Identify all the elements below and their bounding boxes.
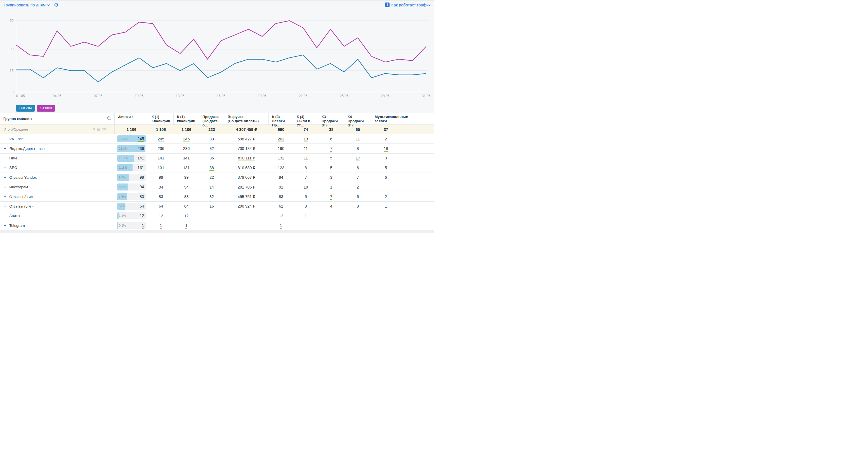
y-axis-tick-label: 15 — [10, 69, 14, 73]
column-header-Заявки[interactable]: Заявки▼ — [115, 113, 148, 124]
channel-name[interactable]: Авито — [9, 214, 20, 218]
x-axis-tick-label: 31.05 — [422, 94, 430, 98]
channel-name[interactable]: Отзывы 2 гис — [9, 195, 33, 199]
metric-link[interactable]: 245 — [183, 137, 190, 142]
metric-cell: 12 — [269, 214, 293, 218]
channel-name[interactable]: Telegram — [9, 223, 25, 228]
metric-link[interactable]: 13 — [304, 137, 308, 142]
area-chart-icon[interactable]: ▅ — [97, 127, 100, 131]
stop-icon[interactable]: ■ — [93, 127, 95, 131]
metric-cell: 5 — [318, 156, 344, 160]
series-Заявки — [16, 21, 427, 62]
metric-link[interactable]: 245 — [158, 137, 164, 142]
legend-button-Визиты[interactable]: Визиты — [16, 105, 35, 112]
column-header-К (4)[interactable]: К (4)Были в Ут… — [293, 113, 318, 124]
column-header-К (3)[interactable]: К (3)Заявки Пр… — [269, 113, 293, 124]
x-axis-tick-label: 01.05 — [16, 94, 25, 98]
x-axis-tick-label: 22.05 — [299, 94, 307, 98]
metric-cell: 14 — [199, 185, 224, 189]
gear-icon[interactable]: ⚙ — [54, 2, 58, 7]
leads-share-bar: 11.8%131 — [117, 164, 146, 171]
table-row-VK - все: +VK - все22.2%24524524533598 427 ₽202136… — [0, 134, 434, 144]
metric-cell: 1 — [174, 223, 199, 228]
metric-cell: 2 — [371, 137, 434, 141]
metric-cell: 131 — [148, 165, 174, 170]
table-row-SEO: +SEO11.8%13113113138810 689 ₽1238565 — [0, 163, 434, 173]
chart-help-link[interactable]: i Как работает график — [385, 2, 430, 7]
legend-button-Заявки[interactable]: Заявки — [37, 105, 55, 112]
metric-link[interactable]: 1 — [160, 223, 162, 228]
column-header-К4 -[interactable]: К4 -Продажи (П) — [344, 113, 371, 124]
column-header-Группа каналов[interactable]: Группа каналов — [0, 113, 115, 124]
phone-icon[interactable]: ☎ — [102, 127, 106, 131]
totals-label-cell: Итого/Среднее↓■▅☎☰ — [0, 125, 115, 134]
column-header-Выручка[interactable]: Выручка(По дате оплаты) — [224, 113, 269, 124]
channel-name[interactable]: Отзывы Yandex — [9, 175, 37, 180]
expand-row-icon[interactable]: + — [4, 146, 6, 151]
metric-cell: 131 — [174, 165, 199, 170]
expand-row-icon[interactable]: + — [4, 214, 6, 218]
leads-percent: 12.7% — [119, 156, 127, 160]
leads-percent: 9.0% — [119, 176, 126, 179]
channel-name[interactable]: Яндекс.Директ - все — [9, 147, 44, 151]
metric-cell: 64 — [148, 204, 174, 208]
column-header-К3 -[interactable]: К3 -Продажи (П) — [318, 113, 344, 124]
column-header-К (1)[interactable]: К (1)Квалифиц… — [148, 113, 174, 124]
metric-link[interactable]: 1 — [185, 223, 188, 228]
info-icon: i — [385, 2, 390, 7]
y-axis-tick-label: 50 — [10, 19, 14, 23]
expand-row-icon[interactable]: + — [4, 185, 6, 189]
metric-cell: 700 184 ₽ — [224, 146, 269, 151]
metric-link[interactable]: 17 — [356, 156, 360, 161]
expand-row-icon[interactable]: + — [4, 165, 6, 170]
table-footer-strip — [0, 230, 434, 233]
expand-row-icon[interactable]: + — [4, 137, 6, 141]
totals-value: 990 — [269, 127, 293, 132]
channel-name[interactable]: Отзывы гугл + — [9, 204, 34, 208]
metric-link[interactable]: 38 — [210, 165, 214, 171]
channel-name[interactable]: НКИ — [9, 156, 17, 160]
channel-name[interactable]: SEO — [9, 165, 17, 170]
group-by-dropdown[interactable]: Группировать по дням — [4, 3, 50, 7]
expand-row-icon[interactable]: + — [4, 194, 6, 199]
x-axis-tick-label: 19.05 — [258, 94, 267, 98]
metric-cell: 245 — [174, 137, 199, 141]
metric-cell: 16 — [199, 204, 224, 208]
leads-cell: 0.1%1 — [115, 222, 148, 229]
metric-cell: 2 — [344, 185, 371, 189]
metric-link[interactable]: 830 111 ₽ — [238, 156, 255, 161]
metric-link[interactable]: 7 — [330, 146, 333, 152]
leads-cell: 5.8%64 — [115, 203, 148, 210]
leads-value: 94 — [140, 185, 144, 189]
metric-cell: 6 — [318, 137, 344, 141]
leads-value[interactable]: 245 — [137, 136, 144, 141]
metric-cell: 810 689 ₽ — [224, 165, 269, 170]
expand-row-icon[interactable]: + — [4, 223, 6, 228]
leads-value[interactable]: 1 — [142, 223, 144, 228]
column-header-К (1) -[interactable]: К (1) -квалифиц… — [174, 113, 199, 124]
search-icon[interactable] — [107, 116, 112, 121]
expand-row-icon[interactable]: + — [4, 175, 6, 180]
metric-link[interactable]: 7 — [330, 194, 333, 200]
metric-link[interactable]: 202 — [278, 137, 284, 142]
leads-share-fill — [117, 212, 119, 219]
x-axis-tick-label: 10.05 — [135, 94, 144, 98]
column-header-Мультиканальные[interactable]: Мультиканальныезаявки — [371, 113, 434, 124]
metric-cell: 495 751 ₽ — [224, 194, 269, 199]
metric-cell: 99 — [148, 175, 174, 180]
metric-link[interactable]: 18 — [384, 146, 388, 152]
expand-row-icon[interactable]: + — [4, 156, 6, 160]
list-icon[interactable]: ☰ — [108, 127, 112, 131]
metric-cell: 7 — [318, 146, 344, 151]
totals-value: 1 106 — [148, 127, 174, 132]
expand-row-icon[interactable]: + — [4, 204, 6, 208]
metric-cell: 6 — [344, 165, 371, 170]
channel-name[interactable]: Инстаграм — [9, 185, 28, 189]
sort-numeric-icon[interactable]: ↓ — [89, 127, 91, 131]
channel-name[interactable]: VK - все — [9, 137, 24, 141]
metric-link[interactable]: 1 — [280, 223, 282, 228]
metric-cell: 7 — [293, 175, 318, 180]
column-header-Продажи[interactable]: Продажи(По дате о… — [199, 113, 224, 124]
leads-cell: 11.8%131 — [115, 164, 148, 171]
table-row-Яндекс.Директ - все: +Яндекс.Директ - все21.3%23623623632700 … — [0, 144, 434, 153]
